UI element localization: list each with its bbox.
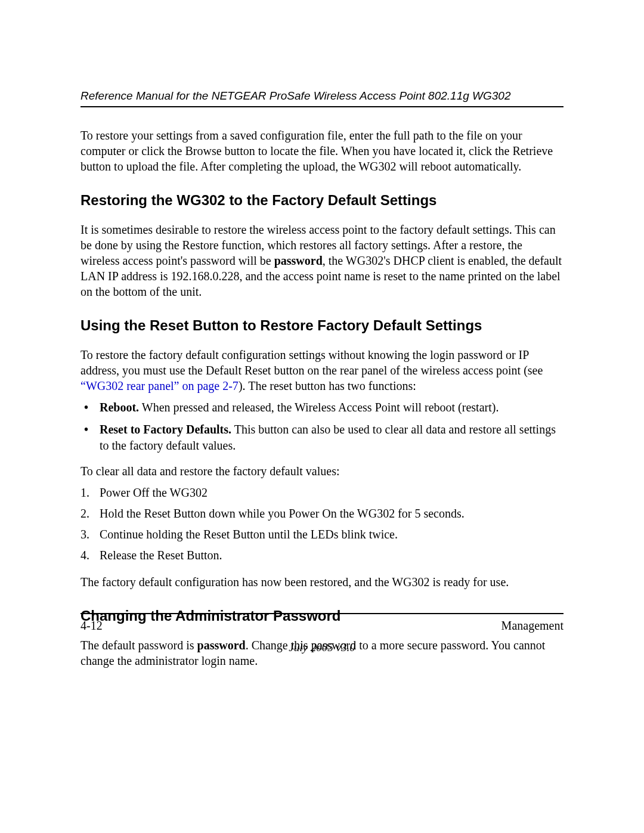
running-header: Reference Manual for the NETGEAR ProSafe… <box>80 89 564 103</box>
intro-paragraph: To restore your settings from a saved co… <box>80 128 564 174</box>
bullet-label-reset: Reset to Factory Defaults. <box>100 423 231 436</box>
section1-bold-password: password <box>274 254 323 267</box>
page-footer: 4-12 Management July 2005 v3.0 <box>80 613 564 654</box>
section2-paragraph: To restore the factory default configura… <box>80 347 564 394</box>
footer-date-version: July 2005 v3.0 <box>80 641 564 654</box>
heading-reset-button: Using the Reset Button to Restore Factor… <box>80 317 564 334</box>
section1-paragraph: It is sometimes desirable to restore the… <box>80 222 564 299</box>
bullet-text-reboot: When pressed and released, the Wireless … <box>139 401 499 414</box>
section2-closing: The factory default configuration has no… <box>80 574 564 590</box>
reset-functions-list: Reboot. When pressed and released, the W… <box>80 400 564 454</box>
footer-section-name: Management <box>501 619 564 633</box>
section2-text-before: To restore the factory default configura… <box>80 348 543 377</box>
bullet-label-reboot: Reboot. <box>100 401 139 414</box>
list-item: Release the Reset Button. <box>80 547 564 563</box>
list-item: Hold the Reset Button down while you Pow… <box>80 506 564 522</box>
list-item: Reset to Factory Defaults. This button c… <box>80 422 564 454</box>
footer-row: 4-12 Management <box>80 619 564 633</box>
header-rule <box>80 106 564 107</box>
heading-restoring-factory: Restoring the WG302 to the Factory Defau… <box>80 192 564 209</box>
footer-rule <box>80 613 564 614</box>
section2-text-after: ). The reset button has two functions: <box>239 379 416 392</box>
list-item: Reboot. When pressed and released, the W… <box>80 400 564 416</box>
page-number: 4-12 <box>80 619 103 633</box>
list-item: Continue holding the Reset Button until … <box>80 527 564 543</box>
link-rear-panel[interactable]: “WG302 rear panel” on page 2-7 <box>80 379 239 392</box>
list-item: Power Off the WG302 <box>80 485 564 501</box>
document-page: Reference Manual for the NETGEAR ProSafe… <box>0 0 644 833</box>
clear-intro: To clear all data and restore the factor… <box>80 463 564 479</box>
reset-steps-list: Power Off the WG302 Hold the Reset Butto… <box>80 485 564 563</box>
